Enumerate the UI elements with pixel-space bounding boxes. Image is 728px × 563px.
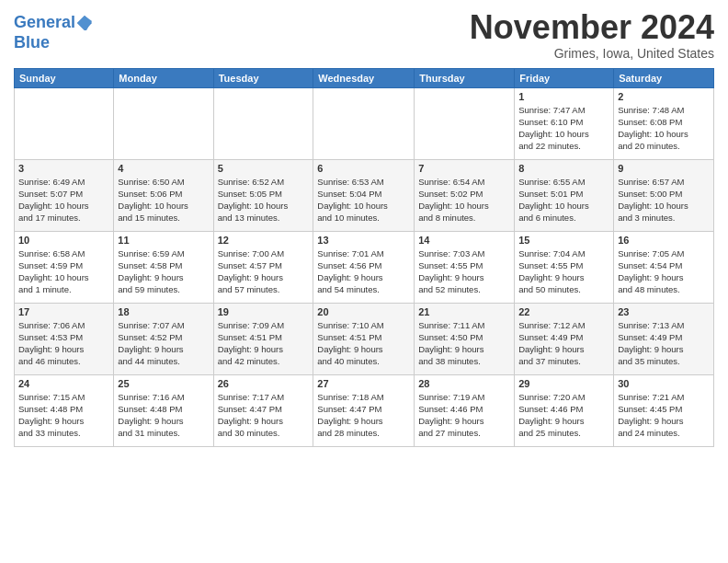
calendar-week-row-0: 1Sunrise: 7:47 AMSunset: 6:10 PMDaylight… (15, 87, 714, 159)
calendar-header-row: Sunday Monday Tuesday Wednesday Thursday… (15, 68, 714, 87)
day-info: Sunrise: 7:10 AMSunset: 4:51 PMDaylight:… (317, 319, 410, 368)
logo-blue-text: Blue (14, 33, 94, 53)
header-tuesday: Tuesday (213, 68, 313, 87)
day-info: Sunrise: 6:57 AMSunset: 5:00 PMDaylight:… (618, 176, 710, 224)
day-info: Sunrise: 7:17 AMSunset: 4:47 PMDaylight:… (218, 391, 310, 440)
day-info: Sunrise: 6:52 AMSunset: 5:05 PMDaylight:… (218, 176, 310, 224)
calendar-cell: 7Sunrise: 6:54 AMSunset: 5:02 PMDaylight… (415, 159, 515, 231)
calendar-cell: 29Sunrise: 7:20 AMSunset: 4:46 PMDayligh… (515, 374, 614, 446)
day-number: 27 (317, 378, 410, 389)
calendar-cell: 8Sunrise: 6:55 AMSunset: 5:01 PMDaylight… (515, 159, 614, 231)
day-number: 25 (118, 378, 209, 389)
calendar-cell: 15Sunrise: 7:04 AMSunset: 4:55 PMDayligh… (515, 231, 614, 303)
day-info: Sunrise: 7:03 AMSunset: 4:55 PMDaylight:… (418, 247, 510, 296)
svg-marker-1 (77, 16, 92, 30)
day-info: Sunrise: 7:18 AMSunset: 4:47 PMDaylight:… (317, 391, 410, 440)
day-number: 13 (317, 235, 410, 246)
calendar-week-row-3: 17Sunrise: 7:06 AMSunset: 4:53 PMDayligh… (15, 303, 714, 374)
day-info: Sunrise: 6:53 AMSunset: 5:04 PMDaylight:… (317, 176, 410, 224)
day-info: Sunrise: 7:11 AMSunset: 4:50 PMDaylight:… (418, 319, 510, 368)
calendar-cell: 3Sunrise: 6:49 AMSunset: 5:07 PMDaylight… (15, 159, 114, 231)
day-info: Sunrise: 7:09 AMSunset: 4:51 PMDaylight:… (218, 319, 310, 368)
day-number: 16 (618, 235, 710, 246)
day-number: 22 (518, 306, 609, 317)
location: Grimes, Iowa, United States (470, 46, 714, 61)
day-info: Sunrise: 7:19 AMSunset: 4:46 PMDaylight:… (418, 391, 510, 440)
day-number: 12 (218, 235, 310, 246)
day-info: Sunrise: 6:54 AMSunset: 5:02 PMDaylight:… (418, 176, 510, 224)
calendar-cell: 19Sunrise: 7:09 AMSunset: 4:51 PMDayligh… (213, 303, 313, 374)
day-info: Sunrise: 7:21 AMSunset: 4:45 PMDaylight:… (618, 391, 710, 440)
calendar-cell: 9Sunrise: 6:57 AMSunset: 5:00 PMDaylight… (614, 159, 714, 231)
day-number: 5 (218, 163, 310, 174)
calendar-cell: 2Sunrise: 7:48 AMSunset: 6:08 PMDaylight… (614, 87, 714, 159)
day-info: Sunrise: 7:12 AMSunset: 4:49 PMDaylight:… (518, 319, 609, 368)
day-number: 15 (518, 235, 609, 246)
logo: General Blue (14, 13, 94, 52)
day-info: Sunrise: 7:13 AMSunset: 4:49 PMDaylight:… (618, 319, 710, 368)
day-number: 23 (618, 306, 710, 317)
day-number: 4 (118, 163, 209, 174)
logo-text: General (14, 13, 94, 33)
day-info: Sunrise: 6:58 AMSunset: 4:59 PMDaylight:… (18, 247, 109, 296)
day-number: 26 (218, 378, 310, 389)
calendar-cell: 21Sunrise: 7:11 AMSunset: 4:50 PMDayligh… (415, 303, 515, 374)
day-number: 11 (118, 235, 209, 246)
calendar-cell: 4Sunrise: 6:50 AMSunset: 5:06 PMDaylight… (114, 159, 213, 231)
day-number: 9 (618, 163, 710, 174)
calendar-cell (213, 87, 313, 159)
calendar-week-row-1: 3Sunrise: 6:49 AMSunset: 5:07 PMDaylight… (15, 159, 714, 231)
day-info: Sunrise: 7:16 AMSunset: 4:48 PMDaylight:… (118, 391, 209, 440)
title-area: November 2024 Grimes, Iowa, United State… (470, 9, 714, 61)
header-saturday: Saturday (614, 68, 714, 87)
calendar-cell: 11Sunrise: 6:59 AMSunset: 4:58 PMDayligh… (114, 231, 213, 303)
logo-icon (75, 14, 94, 32)
calendar-cell: 27Sunrise: 7:18 AMSunset: 4:47 PMDayligh… (313, 374, 415, 446)
day-number: 19 (218, 306, 310, 317)
calendar-cell: 25Sunrise: 7:16 AMSunset: 4:48 PMDayligh… (114, 374, 213, 446)
day-number: 10 (18, 235, 109, 246)
day-number: 3 (18, 163, 109, 174)
calendar-cell: 28Sunrise: 7:19 AMSunset: 4:46 PMDayligh… (415, 374, 515, 446)
day-info: Sunrise: 7:04 AMSunset: 4:55 PMDaylight:… (518, 247, 609, 296)
header-thursday: Thursday (415, 68, 515, 87)
calendar-cell: 30Sunrise: 7:21 AMSunset: 4:45 PMDayligh… (614, 374, 714, 446)
day-number: 24 (18, 378, 109, 389)
day-info: Sunrise: 7:07 AMSunset: 4:52 PMDaylight:… (118, 319, 209, 368)
calendar-cell: 26Sunrise: 7:17 AMSunset: 4:47 PMDayligh… (213, 374, 313, 446)
calendar-cell: 22Sunrise: 7:12 AMSunset: 4:49 PMDayligh… (515, 303, 614, 374)
day-info: Sunrise: 7:15 AMSunset: 4:48 PMDaylight:… (18, 391, 109, 440)
day-info: Sunrise: 7:00 AMSunset: 4:57 PMDaylight:… (218, 247, 310, 296)
header-wednesday: Wednesday (313, 68, 415, 87)
day-number: 20 (317, 306, 410, 317)
day-info: Sunrise: 6:50 AMSunset: 5:06 PMDaylight:… (118, 176, 209, 224)
calendar-cell: 1Sunrise: 7:47 AMSunset: 6:10 PMDaylight… (515, 87, 614, 159)
day-info: Sunrise: 6:49 AMSunset: 5:07 PMDaylight:… (18, 176, 109, 224)
calendar-cell: 17Sunrise: 7:06 AMSunset: 4:53 PMDayligh… (15, 303, 114, 374)
day-number: 17 (18, 306, 109, 317)
month-title: November 2024 (470, 9, 714, 46)
day-info: Sunrise: 7:20 AMSunset: 4:46 PMDaylight:… (518, 391, 609, 440)
day-number: 2 (618, 91, 710, 102)
calendar-cell: 20Sunrise: 7:10 AMSunset: 4:51 PMDayligh… (313, 303, 415, 374)
header: General Blue November 2024 Grimes, Iowa,… (14, 9, 714, 61)
day-number: 21 (418, 306, 510, 317)
calendar-week-row-2: 10Sunrise: 6:58 AMSunset: 4:59 PMDayligh… (15, 231, 714, 303)
day-info: Sunrise: 7:06 AMSunset: 4:53 PMDaylight:… (18, 319, 109, 368)
calendar-cell (313, 87, 415, 159)
day-info: Sunrise: 7:05 AMSunset: 4:54 PMDaylight:… (618, 247, 710, 296)
day-number: 1 (518, 91, 609, 102)
calendar-table: Sunday Monday Tuesday Wednesday Thursday… (14, 68, 714, 447)
header-sunday: Sunday (15, 68, 114, 87)
calendar-cell: 5Sunrise: 6:52 AMSunset: 5:05 PMDaylight… (213, 159, 313, 231)
calendar-cell: 13Sunrise: 7:01 AMSunset: 4:56 PMDayligh… (313, 231, 415, 303)
day-info: Sunrise: 7:48 AMSunset: 6:08 PMDaylight:… (618, 104, 710, 153)
day-info: Sunrise: 6:55 AMSunset: 5:01 PMDaylight:… (518, 176, 609, 224)
day-number: 30 (618, 378, 710, 389)
calendar-cell: 10Sunrise: 6:58 AMSunset: 4:59 PMDayligh… (15, 231, 114, 303)
calendar-cell: 16Sunrise: 7:05 AMSunset: 4:54 PMDayligh… (614, 231, 714, 303)
day-number: 18 (118, 306, 209, 317)
header-friday: Friday (515, 68, 614, 87)
calendar-cell: 18Sunrise: 7:07 AMSunset: 4:52 PMDayligh… (114, 303, 213, 374)
calendar-cell (15, 87, 114, 159)
